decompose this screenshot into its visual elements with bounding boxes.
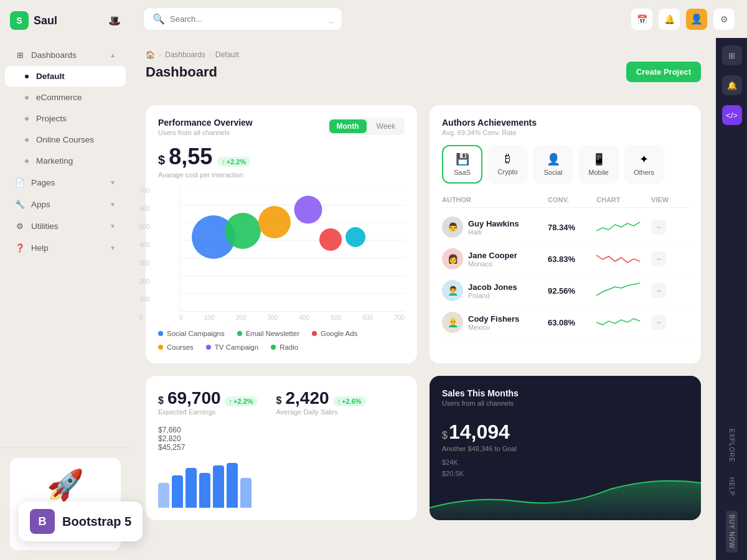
- amount-row-1: $7,660: [158, 426, 405, 434]
- daily-badge: ↑ +2.6%: [333, 396, 366, 406]
- avatar[interactable]: 👤: [686, 9, 707, 30]
- week-toggle[interactable]: Week: [369, 119, 403, 133]
- sidebar-item-online-courses[interactable]: Online Courses: [5, 129, 126, 150]
- pages-icon: 📄: [15, 177, 25, 187]
- page-header-row: 🏠 › Dashboards › Default Dashboard Creat…: [146, 50, 701, 93]
- amount-row-3: $45,257: [158, 443, 405, 452]
- sidebar-dashboards-label: Dashboards: [31, 50, 77, 60]
- author-details: Cody Fishers Mexico: [468, 314, 519, 331]
- table-row: 👩 Jane Cooper Monaco 63.83%: [442, 243, 688, 275]
- chevron-icon: ▼: [110, 179, 116, 186]
- notifications-icon[interactable]: 🔔: [659, 9, 680, 30]
- cat-tab-saas[interactable]: 💾 SaaS: [442, 145, 482, 184]
- content: 🏠 › Dashboards › Default Dashboard Creat…: [131, 38, 747, 560]
- utilities-icon: ⚙: [15, 221, 25, 231]
- bell-icon[interactable]: 🔔: [722, 75, 742, 95]
- legend-social: Social Campaigns: [158, 330, 225, 337]
- cat-tab-others[interactable]: ✦ Others: [624, 145, 664, 184]
- bubble-2: [225, 213, 261, 249]
- right-sidebar: ⊞ 🔔 </> Explore Help Buy now: [716, 38, 747, 560]
- sidebar-item-projects[interactable]: Projects: [5, 108, 126, 129]
- sales-title: Sales This Months: [442, 388, 688, 398]
- expected-earnings: $ 69,700 ↑ +2.2% Expected Earnings: [158, 388, 258, 416]
- sidebar-ecommerce-label: eCommerce: [36, 93, 82, 102]
- grid-icon[interactable]: ⊞: [722, 45, 742, 65]
- author-details: Guy Hawkins Haiti: [468, 219, 519, 236]
- legend-dot: [271, 345, 276, 350]
- hat-icon: 🎩: [108, 15, 121, 27]
- dot-icon: [25, 75, 29, 78]
- cat-tab-social[interactable]: 👤 Social: [533, 145, 573, 184]
- sidebar-item-pages[interactable]: 📄 Pages ▼: [5, 172, 126, 193]
- bootstrap-label: Bootstrap 5: [62, 515, 131, 529]
- sidebar-help-label: Help: [31, 243, 49, 253]
- sidebar-item-ecommerce[interactable]: eCommerce: [5, 87, 126, 108]
- right-panel-container: ⊞ 🔔 </> Explore Help Buy now: [716, 38, 747, 560]
- earnings-stats: $ 69,700 ↑ +2.2% Expected Earnings: [158, 388, 405, 416]
- logo-icon: S: [10, 11, 29, 30]
- topbar-right: 📅 🔔 👤 ⚙: [631, 9, 735, 30]
- earnings-badge: ↑ +2.2%: [225, 396, 258, 406]
- search-icon: 🔍: [153, 13, 165, 25]
- bubble-chart-container: 700 600 500 400 300 200 100 0: [158, 187, 405, 321]
- sparkline-chart: [596, 281, 646, 300]
- saas-icon: 💾: [456, 152, 469, 166]
- sidebar-item-help[interactable]: ❓ Help ▼: [5, 237, 126, 258]
- create-project-button[interactable]: Create Project: [626, 62, 701, 82]
- legend-dot: [206, 345, 211, 350]
- bubble-5: [319, 228, 342, 251]
- breadcrumb-dashboards[interactable]: Dashboards: [165, 50, 205, 59]
- authors-card: Authors Achievements Avg. 69.34% Conv. R…: [430, 105, 701, 363]
- avatar: 👨: [442, 217, 463, 238]
- daily-sales: $ 2,420 ↑ +2.6% Average Daily Sales: [276, 388, 366, 416]
- chart-legend: Social Campaigns Email Newsletter Google…: [158, 330, 405, 351]
- content-inner: 🏠 › Dashboards › Default Dashboard Creat…: [131, 38, 716, 560]
- performance-title: Performance Overview: [158, 118, 253, 128]
- settings-icon[interactable]: ⚙: [713, 9, 735, 30]
- legend-email: Email Newsletter: [237, 330, 299, 337]
- sidebar-default-label: Default: [36, 72, 65, 81]
- daily-value: $ 2,420: [276, 388, 329, 408]
- sales-amount: 14,094: [449, 421, 510, 444]
- view-arrow-button[interactable]: →: [651, 220, 666, 235]
- sidebar-nav: ⊞ Dashboards ▲ Default eCommerce Project…: [0, 39, 131, 447]
- y-axis: 700 600 500 400 300 200 100 0: [139, 187, 150, 321]
- side-labels: Explore Help Buy now: [726, 429, 738, 553]
- calendar-icon[interactable]: 📅: [631, 9, 652, 30]
- avatar: 👨‍🦲: [442, 312, 463, 333]
- x-axis: 0 100 200 300 400 500 600 700: [179, 312, 405, 321]
- breadcrumb-current: Default: [215, 50, 239, 59]
- sidebar-item-apps[interactable]: 🔧 Apps ▼: [5, 194, 126, 215]
- bubble-3: [258, 206, 291, 238]
- breadcrumb: 🏠 › Dashboards › Default: [146, 50, 239, 59]
- sidebar-item-dashboards[interactable]: ⊞ Dashboards ▲: [5, 44, 126, 65]
- dot-icon: [25, 96, 29, 100]
- search-box[interactable]: 🔍 _: [143, 7, 342, 30]
- explore-label[interactable]: Explore: [728, 429, 735, 462]
- buy-now-label[interactable]: Buy now: [726, 511, 738, 553]
- bar-chart: [158, 458, 405, 508]
- table-row: 👨 Guy Hawkins Haiti 78.34%: [442, 212, 688, 243]
- help-label[interactable]: Help: [728, 477, 735, 496]
- sidebar-item-marketing[interactable]: Marketing: [5, 151, 126, 171]
- sidebar-item-utilities[interactable]: ⚙ Utilities ▼: [5, 215, 126, 236]
- chevron-icon: ▼: [110, 223, 116, 230]
- authors-subtitle: Avg. 69.34% Conv. Rate: [442, 129, 688, 136]
- earnings-card: $ 69,700 ↑ +2.2% Expected Earnings: [146, 376, 417, 520]
- sidebar-logo: S Saul 🎩: [0, 0, 131, 39]
- view-arrow-button[interactable]: →: [651, 251, 666, 266]
- view-arrow-button[interactable]: →: [651, 315, 666, 330]
- view-arrow-button[interactable]: →: [651, 283, 666, 298]
- social-icon: 👤: [547, 152, 560, 166]
- legend-google: Google Ads: [312, 330, 357, 337]
- search-input[interactable]: [170, 14, 324, 24]
- cat-tab-crypto[interactable]: ₿ Crypto: [487, 145, 528, 184]
- cat-tab-mobile[interactable]: 📱 Mobile: [578, 145, 619, 184]
- author-info: 👩 Jane Cooper Monaco: [442, 248, 543, 269]
- month-toggle[interactable]: Month: [329, 119, 367, 133]
- avatar: 👩: [442, 248, 463, 269]
- sparkline-svg: [596, 250, 640, 268]
- code-icon[interactable]: </>: [722, 105, 742, 125]
- sparkline-chart: [596, 313, 646, 332]
- sidebar-item-default[interactable]: Default: [5, 66, 126, 86]
